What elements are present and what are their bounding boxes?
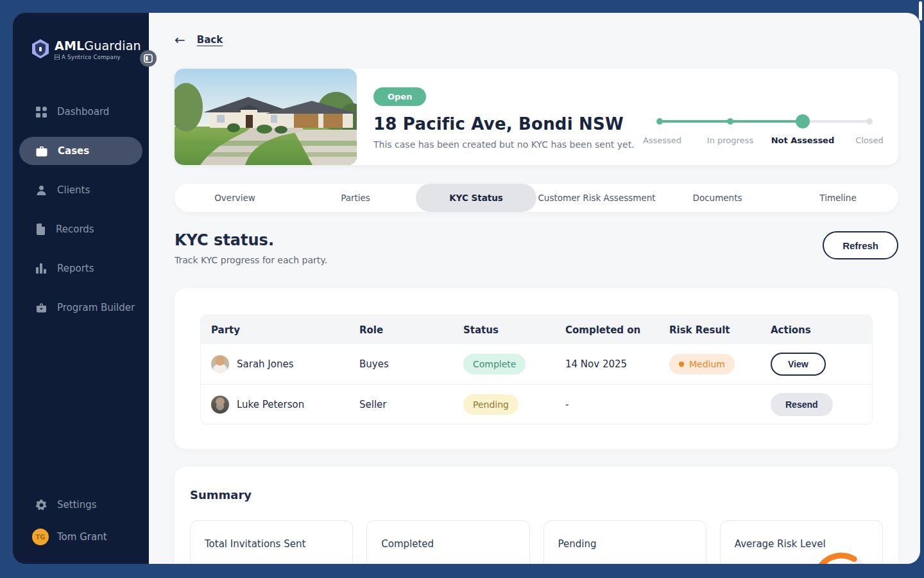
stepper-dot-in-progress bbox=[727, 118, 733, 125]
completed-date: 14 Nov 2025 bbox=[565, 358, 669, 370]
sidebar: AMLGuardian A Syntrico Company bbox=[13, 13, 149, 564]
case-progress-stepper: Assessed In progress Not Assessed Closed bbox=[647, 69, 883, 165]
sidebar-nav: Dashboard Cases Clients Records bbox=[19, 98, 142, 333]
sidebar-item-clients[interactable]: Clients bbox=[19, 176, 142, 204]
tab-kyc-status[interactable]: KYC Status bbox=[416, 184, 536, 212]
user-menu[interactable]: TG Tom Grant bbox=[19, 524, 142, 550]
sidebar-item-reports[interactable]: Reports bbox=[19, 254, 142, 283]
column-header-status: Status bbox=[463, 324, 565, 336]
summary-section: Summary Total Invitations Sent 2 Complet… bbox=[175, 467, 898, 564]
sidebar-collapse-button[interactable] bbox=[140, 50, 157, 67]
sidebar-item-cases[interactable]: Cases bbox=[19, 137, 142, 165]
stat-value: 2 bbox=[205, 563, 338, 564]
section-title: KYC status. bbox=[175, 231, 327, 249]
case-subtitle: This case has been created but no KYC ha… bbox=[373, 139, 635, 150]
tab-documents[interactable]: Documents bbox=[657, 184, 778, 212]
party-role: Seller bbox=[359, 399, 463, 410]
stat-label: Total Invitations Sent bbox=[205, 538, 338, 550]
refresh-button[interactable]: Refresh bbox=[823, 231, 898, 259]
stat-card-completed: Completed 1 bbox=[366, 520, 529, 564]
sidebar-item-records[interactable]: Records bbox=[19, 215, 142, 243]
grid-icon bbox=[36, 107, 47, 118]
shield-logo-icon bbox=[31, 39, 50, 59]
stat-card-total-invitations: Total Invitations Sent 2 bbox=[190, 520, 353, 564]
status-badge: Pending bbox=[463, 394, 518, 415]
status-badge: Complete bbox=[463, 354, 526, 374]
sidebar-item-label: Dashboard bbox=[57, 106, 109, 118]
tab-overview[interactable]: Overview bbox=[175, 184, 295, 212]
toolbox-icon bbox=[36, 302, 47, 313]
status-badge: Open bbox=[373, 87, 426, 106]
risk-gauge-icon bbox=[809, 544, 873, 564]
scrollbar-thumb[interactable] bbox=[919, 1, 922, 21]
sidebar-item-label: Reports bbox=[57, 263, 94, 274]
step-label: Assessed bbox=[643, 136, 681, 145]
sidebar-item-settings[interactable]: Settings bbox=[19, 492, 142, 518]
tab-parties[interactable]: Parties bbox=[295, 184, 416, 212]
stat-card-average-risk: Average Risk Level Medium bbox=[720, 520, 883, 564]
kyc-table-card: Party Role Status Completed on Risk Resu… bbox=[175, 288, 898, 449]
step-label: Closed bbox=[855, 136, 884, 145]
page-title: 18 Pacific Ave, Bondi NSW bbox=[373, 114, 635, 134]
sidebar-item-program-builder[interactable]: Program Builder bbox=[19, 293, 142, 322]
app-window: AMLGuardian A Syntrico Company bbox=[13, 13, 920, 564]
case-header-card: Open 18 Pacific Ave, Bondi NSW This case… bbox=[175, 69, 898, 165]
stat-label: Completed bbox=[381, 538, 515, 550]
case-tabs: Overview Parties KYC Status Customer Ris… bbox=[175, 184, 898, 212]
back-navigation[interactable]: ← Back bbox=[175, 33, 898, 46]
stepper-dot-assessed bbox=[656, 118, 663, 125]
column-header-completed-on: Completed on bbox=[565, 324, 669, 336]
document-icon bbox=[36, 223, 46, 235]
avatar: TG bbox=[32, 529, 49, 545]
step-label: In progress bbox=[707, 136, 753, 145]
column-header-role: Role bbox=[359, 324, 463, 336]
gear-icon bbox=[36, 500, 47, 511]
sidebar-item-label: Clients bbox=[57, 184, 90, 196]
step-label: Not Assessed bbox=[771, 136, 835, 145]
main-content: ← Back bbox=[149, 13, 920, 564]
column-header-actions: Actions bbox=[771, 324, 872, 336]
avatar bbox=[211, 355, 229, 373]
table-header-row: Party Role Status Completed on Risk Resu… bbox=[201, 315, 872, 344]
summary-title: Summary bbox=[190, 488, 883, 502]
sidebar-item-label: Records bbox=[56, 223, 94, 235]
stat-value: 1 bbox=[381, 563, 515, 564]
party-name: Sarah Jones bbox=[237, 358, 294, 370]
risk-badge: Medium bbox=[669, 354, 735, 374]
party-name: Luke Peterson bbox=[237, 399, 304, 410]
property-photo bbox=[175, 69, 357, 165]
brand-name: AMLGuardian bbox=[55, 39, 141, 53]
bar-chart-icon bbox=[36, 263, 47, 274]
back-arrow-icon: ← bbox=[175, 33, 185, 46]
stepper-dot-closed bbox=[866, 118, 873, 125]
table-row: Luke Peterson Seller Pending - Resend bbox=[201, 384, 872, 424]
user-name: Tom Grant bbox=[57, 531, 107, 543]
risk-dot-icon bbox=[679, 362, 684, 367]
resend-button[interactable]: Resend bbox=[771, 393, 833, 416]
column-header-party: Party bbox=[201, 324, 359, 336]
avatar bbox=[211, 396, 229, 414]
completed-date: - bbox=[565, 399, 669, 410]
section-subtitle: Track KYC progress for each party. bbox=[175, 255, 327, 265]
app-logo: AMLGuardian A Syntrico Company bbox=[31, 39, 141, 60]
collapse-sidebar-icon bbox=[144, 54, 153, 63]
sidebar-item-label: Program Builder bbox=[57, 302, 135, 313]
party-role: Buyes bbox=[359, 358, 463, 370]
stat-label: Pending bbox=[558, 538, 692, 550]
column-header-risk-result: Risk Result bbox=[669, 324, 771, 336]
table-row: Sarah Jones Buyes Complete 14 Nov 2025 M… bbox=[201, 344, 872, 384]
back-link[interactable]: Back bbox=[197, 34, 223, 46]
view-button[interactable]: View bbox=[771, 353, 826, 376]
stepper-dot-current bbox=[796, 114, 810, 128]
tab-customer-risk-assessment[interactable]: Customer Risk Assessment bbox=[536, 184, 657, 212]
kyc-table: Party Role Status Completed on Risk Resu… bbox=[200, 315, 873, 425]
briefcase-icon bbox=[36, 146, 47, 157]
sidebar-item-label: Settings bbox=[57, 499, 97, 511]
stat-card-pending: Pending 1 bbox=[543, 520, 706, 564]
syntrico-mini-icon bbox=[55, 55, 60, 60]
sidebar-item-label: Cases bbox=[58, 145, 89, 157]
person-icon bbox=[36, 185, 47, 196]
tab-timeline[interactable]: Timeline bbox=[778, 184, 898, 212]
brand-tagline: A Syntrico Company bbox=[55, 54, 141, 60]
sidebar-item-dashboard[interactable]: Dashboard bbox=[19, 98, 142, 126]
